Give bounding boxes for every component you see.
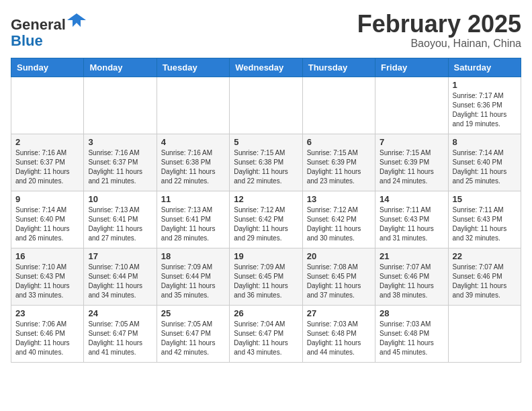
title-block: February 2025 Baoyou, Hainan, China: [357, 11, 521, 50]
calendar-day-header: Tuesday: [157, 58, 229, 77]
day-number: 1: [453, 80, 517, 90]
day-number: 5: [234, 137, 298, 147]
day-info: Sunrise: 7:11 AM Sunset: 6:43 PM Dayligh…: [453, 205, 517, 243]
calendar-day-cell: [302, 77, 375, 134]
calendar-day-cell: 28Sunrise: 7:03 AM Sunset: 6:48 PM Dayli…: [375, 305, 448, 362]
location-title: Baoyou, Hainan, China: [357, 38, 521, 50]
calendar-day-cell: 18Sunrise: 7:09 AM Sunset: 6:44 PM Dayli…: [157, 248, 229, 305]
day-info: Sunrise: 7:15 AM Sunset: 6:39 PM Dayligh…: [380, 148, 443, 186]
calendar-day-cell: 19Sunrise: 7:09 AM Sunset: 6:45 PM Dayli…: [230, 248, 302, 305]
day-info: Sunrise: 7:16 AM Sunset: 6:37 PM Dayligh…: [15, 148, 79, 186]
calendar-day-cell: [84, 77, 157, 134]
month-title: February 2025: [357, 11, 521, 38]
logo-general: General: [11, 16, 66, 33]
page-header: General Blue February 2025 Baoyou, Haina…: [11, 11, 521, 50]
day-number: 11: [161, 194, 225, 204]
day-info: Sunrise: 7:05 AM Sunset: 6:47 PM Dayligh…: [161, 320, 225, 357]
calendar-day-cell: 24Sunrise: 7:05 AM Sunset: 6:47 PM Dayli…: [84, 305, 157, 362]
day-number: 9: [15, 194, 79, 204]
day-info: Sunrise: 7:13 AM Sunset: 6:41 PM Dayligh…: [161, 205, 225, 243]
calendar-week-row: 16Sunrise: 7:10 AM Sunset: 6:43 PM Dayli…: [11, 248, 521, 305]
day-number: 23: [15, 308, 79, 318]
logo: General Blue: [11, 11, 86, 49]
calendar-day-cell: [375, 77, 448, 134]
calendar-week-row: 2Sunrise: 7:16 AM Sunset: 6:37 PM Daylig…: [11, 134, 521, 191]
calendar-day-cell: 25Sunrise: 7:05 AM Sunset: 6:47 PM Dayli…: [157, 305, 229, 362]
day-info: Sunrise: 7:14 AM Sunset: 6:40 PM Dayligh…: [453, 148, 517, 186]
calendar-day-cell: 27Sunrise: 7:03 AM Sunset: 6:48 PM Dayli…: [302, 305, 375, 362]
calendar-day-cell: 4Sunrise: 7:16 AM Sunset: 6:38 PM Daylig…: [157, 134, 229, 191]
day-info: Sunrise: 7:06 AM Sunset: 6:46 PM Dayligh…: [15, 320, 79, 357]
day-number: 8: [453, 137, 517, 147]
day-number: 2: [15, 137, 79, 147]
calendar-day-cell: [157, 77, 229, 134]
day-number: 20: [307, 251, 371, 261]
calendar-day-cell: 1Sunrise: 7:17 AM Sunset: 6:36 PM Daylig…: [448, 77, 521, 134]
day-info: Sunrise: 7:07 AM Sunset: 6:46 PM Dayligh…: [380, 263, 443, 300]
day-number: 28: [380, 308, 443, 318]
day-info: Sunrise: 7:17 AM Sunset: 6:36 PM Dayligh…: [453, 91, 517, 129]
calendar-week-row: 1Sunrise: 7:17 AM Sunset: 6:36 PM Daylig…: [11, 77, 521, 134]
calendar-header: SundayMondayTuesdayWednesdayThursdayFrid…: [11, 58, 521, 77]
calendar-day-cell: 9Sunrise: 7:14 AM Sunset: 6:40 PM Daylig…: [11, 191, 84, 248]
day-number: 16: [15, 251, 79, 261]
calendar-day-cell: 26Sunrise: 7:04 AM Sunset: 6:47 PM Dayli…: [230, 305, 302, 362]
day-info: Sunrise: 7:10 AM Sunset: 6:44 PM Dayligh…: [88, 263, 152, 300]
calendar-day-header: Sunday: [11, 58, 84, 77]
calendar-day-cell: 2Sunrise: 7:16 AM Sunset: 6:37 PM Daylig…: [11, 134, 84, 191]
day-info: Sunrise: 7:12 AM Sunset: 6:42 PM Dayligh…: [307, 205, 371, 243]
day-info: Sunrise: 7:11 AM Sunset: 6:43 PM Dayligh…: [380, 205, 443, 243]
calendar-day-cell: [230, 77, 302, 134]
day-info: Sunrise: 7:03 AM Sunset: 6:48 PM Dayligh…: [307, 320, 371, 357]
calendar-day-cell: 8Sunrise: 7:14 AM Sunset: 6:40 PM Daylig…: [448, 134, 521, 191]
day-info: Sunrise: 7:15 AM Sunset: 6:39 PM Dayligh…: [307, 148, 371, 186]
day-info: Sunrise: 7:10 AM Sunset: 6:43 PM Dayligh…: [15, 263, 79, 300]
day-info: Sunrise: 7:03 AM Sunset: 6:48 PM Dayligh…: [380, 320, 443, 357]
day-number: 22: [453, 251, 517, 261]
day-number: 19: [234, 251, 298, 261]
calendar-day-cell: [11, 77, 84, 134]
calendar-day-cell: 16Sunrise: 7:10 AM Sunset: 6:43 PM Dayli…: [11, 248, 84, 305]
calendar-day-cell: 5Sunrise: 7:15 AM Sunset: 6:38 PM Daylig…: [230, 134, 302, 191]
calendar-table: SundayMondayTuesdayWednesdayThursdayFrid…: [11, 58, 521, 363]
day-info: Sunrise: 7:16 AM Sunset: 6:38 PM Dayligh…: [161, 148, 225, 186]
day-number: 4: [161, 137, 225, 147]
day-info: Sunrise: 7:14 AM Sunset: 6:40 PM Dayligh…: [15, 205, 79, 243]
day-number: 27: [307, 308, 371, 318]
calendar-day-cell: 13Sunrise: 7:12 AM Sunset: 6:42 PM Dayli…: [302, 191, 375, 248]
calendar-day-header: Wednesday: [230, 58, 302, 77]
day-number: 7: [380, 137, 443, 147]
calendar-day-cell: 7Sunrise: 7:15 AM Sunset: 6:39 PM Daylig…: [375, 134, 448, 191]
calendar-day-header: Monday: [84, 58, 157, 77]
day-number: 3: [88, 137, 152, 147]
calendar-day-cell: 15Sunrise: 7:11 AM Sunset: 6:43 PM Dayli…: [448, 191, 521, 248]
day-number: 12: [234, 194, 298, 204]
calendar-day-cell: 23Sunrise: 7:06 AM Sunset: 6:46 PM Dayli…: [11, 305, 84, 362]
calendar-day-cell: 10Sunrise: 7:13 AM Sunset: 6:41 PM Dayli…: [84, 191, 157, 248]
day-number: 13: [307, 194, 371, 204]
day-number: 18: [161, 251, 225, 261]
day-info: Sunrise: 7:16 AM Sunset: 6:37 PM Dayligh…: [88, 148, 152, 186]
calendar-body: 1Sunrise: 7:17 AM Sunset: 6:36 PM Daylig…: [11, 77, 521, 362]
calendar-day-cell: 20Sunrise: 7:08 AM Sunset: 6:45 PM Dayli…: [302, 248, 375, 305]
calendar-day-header: Thursday: [302, 58, 375, 77]
calendar-day-cell: [448, 305, 521, 362]
calendar-day-cell: 22Sunrise: 7:07 AM Sunset: 6:46 PM Dayli…: [448, 248, 521, 305]
day-info: Sunrise: 7:07 AM Sunset: 6:46 PM Dayligh…: [453, 263, 517, 300]
day-info: Sunrise: 7:09 AM Sunset: 6:45 PM Dayligh…: [234, 263, 298, 300]
calendar-day-cell: 21Sunrise: 7:07 AM Sunset: 6:46 PM Dayli…: [375, 248, 448, 305]
logo-bird-icon: [67, 11, 86, 30]
day-number: 25: [161, 308, 225, 318]
logo-blue: Blue: [11, 32, 43, 49]
day-info: Sunrise: 7:09 AM Sunset: 6:44 PM Dayligh…: [161, 263, 225, 300]
calendar-day-cell: 17Sunrise: 7:10 AM Sunset: 6:44 PM Dayli…: [84, 248, 157, 305]
day-info: Sunrise: 7:12 AM Sunset: 6:42 PM Dayligh…: [234, 205, 298, 243]
day-number: 6: [307, 137, 371, 147]
calendar-day-header: Friday: [375, 58, 448, 77]
calendar-day-cell: 14Sunrise: 7:11 AM Sunset: 6:43 PM Dayli…: [375, 191, 448, 248]
calendar-week-row: 23Sunrise: 7:06 AM Sunset: 6:46 PM Dayli…: [11, 305, 521, 362]
day-number: 21: [380, 251, 443, 261]
svg-marker-0: [67, 13, 86, 27]
calendar-day-cell: 6Sunrise: 7:15 AM Sunset: 6:39 PM Daylig…: [302, 134, 375, 191]
calendar-day-cell: 3Sunrise: 7:16 AM Sunset: 6:37 PM Daylig…: [84, 134, 157, 191]
